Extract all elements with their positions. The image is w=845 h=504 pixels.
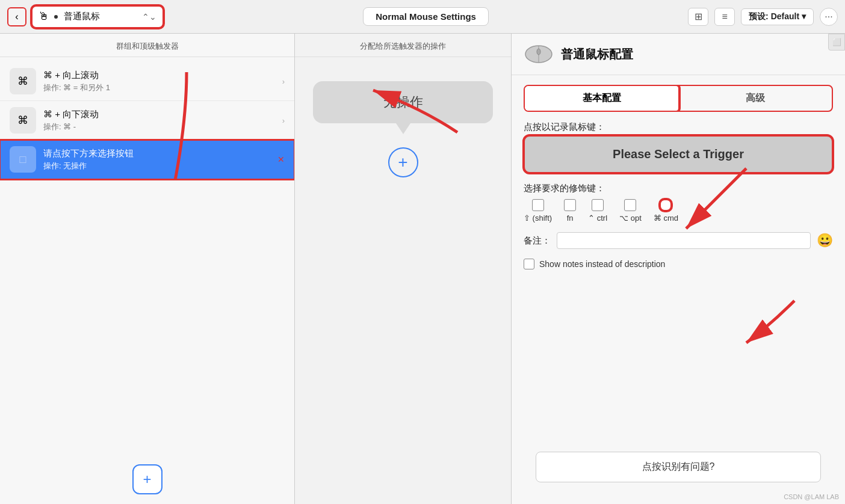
cmd-checkbox[interactable] (660, 199, 672, 211)
trigger-item-content-select: 请点按下方来选择按钮 操作: 无操作 (43, 148, 274, 171)
trigger-item-content-scroll-down: ⌘ + 向下滚动 操作: ⌘ - (43, 109, 282, 132)
ctrl-checkbox[interactable] (592, 199, 604, 211)
trigger-icon-scroll-up: ⌘ (10, 68, 36, 94)
shift-label: ⇧ (shift) (524, 214, 552, 223)
ctrl-label: ⌃ ctrl (588, 214, 607, 223)
show-notes-checkbox[interactable] (524, 259, 534, 269)
add-action-button[interactable]: + (388, 147, 418, 177)
trigger-title-scroll-down: ⌘ + 向下滚动 (43, 109, 282, 120)
svg-point-2 (537, 49, 540, 55)
modifier-section: 选择要求的修饰键： ⇧ (shift) fn ⌃ ctrl (524, 183, 833, 223)
window-title: Normal Mouse Settings (363, 7, 489, 26)
right-panel-body: 基本配置 高级 点按以记录鼠标键： Please Select a Trigge… (512, 75, 845, 504)
more-button[interactable]: ··· (820, 8, 838, 26)
mouse-device-icon: 🖱 (39, 10, 49, 23)
trigger-record-button[interactable]: Please Select a Trigger (524, 135, 833, 173)
notes-row: 备注： 😀 (524, 232, 833, 249)
action-display: 无操作 + (295, 81, 511, 177)
trigger-sub-scroll-down: 操作: ⌘ - (43, 121, 282, 132)
tab-basic[interactable]: 基本配置 (524, 85, 679, 112)
show-notes-label: Show notes instead of description (539, 259, 665, 269)
device-selector[interactable]: 🖱 普通鼠标 ⌃⌄ (31, 5, 164, 28)
view-list-button[interactable]: ≡ (714, 8, 735, 26)
right-panel: ⬜ 普通鼠标配置 基本配置 高级 点按以记录鼠标键： Please Select… (512, 34, 845, 504)
record-label: 点按以记录鼠标键： (524, 121, 833, 133)
mouse-device-icon-large (524, 43, 554, 65)
opt-label: ⌥ opt (619, 214, 642, 223)
opt-checkbox[interactable] (624, 199, 636, 211)
tab-advanced[interactable]: 高级 (678, 86, 832, 111)
notes-label: 备注： (524, 235, 551, 247)
trigger-item-content-scroll-up: ⌘ + 向上滚动 操作: ⌘ = 和另外 1 (43, 70, 282, 93)
add-trigger-container: + (0, 455, 294, 504)
title-area: Normal Mouse Settings (169, 7, 683, 26)
left-panel-header: 群组和顶级触发器 (0, 34, 294, 57)
trigger-item-select-button[interactable]: □ 请点按下方来选择按钮 操作: 无操作 ✕ (0, 140, 294, 179)
window-resize-button[interactable]: ⬜ (828, 34, 845, 51)
grid-icon: ⊞ (695, 11, 702, 22)
device-arrows-icon: ⌃⌄ (142, 12, 156, 22)
right-panel-title: 普通鼠标配置 (561, 46, 633, 63)
trigger-item-scroll-up[interactable]: ⌘ ⌘ + 向上滚动 操作: ⌘ = 和另外 1 › (0, 62, 294, 101)
record-section: 点按以记录鼠标键： Please Select a Trigger (524, 121, 833, 173)
notes-input[interactable] (557, 232, 811, 249)
modifier-keys-row: ⇧ (shift) fn ⌃ ctrl ⌥ opt (524, 199, 833, 223)
recognize-issues-button[interactable]: 点按识别有问题? (536, 452, 821, 482)
titlebar: ‹ 🖱 普通鼠标 ⌃⌄ Normal Mouse Settings ⊞ ≡ 预设… (0, 0, 845, 34)
trigger-title-select: 请点按下方来选择按钮 (43, 148, 274, 159)
trigger-sub-select: 操作: 无操作 (43, 161, 274, 171)
close-icon[interactable]: ✕ (277, 155, 285, 164)
add-trigger-button[interactable]: + (132, 464, 162, 494)
show-notes-row: Show notes instead of description (524, 259, 833, 269)
middle-panel-header: 分配给所选触发器的操作 (295, 34, 511, 57)
device-dot (54, 15, 58, 19)
emoji-picker-button[interactable]: 😀 (817, 233, 833, 248)
trigger-title-scroll-up: ⌘ + 向上滚动 (43, 70, 282, 81)
fn-checkbox[interactable] (564, 199, 576, 211)
watermark: CSDN @LAM LAB (784, 493, 839, 500)
trigger-icon-scroll-down: ⌘ (10, 107, 36, 134)
modifier-cmd: ⌘ cmd (654, 199, 678, 223)
trigger-item-scroll-down[interactable]: ⌘ ⌘ + 向下滚动 操作: ⌘ - › (0, 101, 294, 140)
device-name: 普通鼠标 (64, 11, 100, 22)
modifier-fn: fn (564, 199, 576, 223)
trigger-icon-select-button: □ (10, 146, 36, 173)
cmd-label: ⌘ cmd (654, 214, 678, 223)
right-panel-header: 普通鼠标配置 (512, 34, 845, 75)
chevron-right-icon: › (282, 77, 285, 86)
tab-row: 基本配置 高级 (524, 85, 833, 112)
titlebar-right-controls: ⊞ ≡ 预设: Default ▾ ··· (688, 8, 838, 26)
preset-button[interactable]: 预设: Default ▾ (741, 8, 814, 25)
trigger-sub-scroll-up: 操作: ⌘ = 和另外 1 (43, 82, 282, 93)
view-grid-button[interactable]: ⊞ (688, 8, 708, 26)
modifier-ctrl: ⌃ ctrl (588, 199, 607, 223)
modifier-shift: ⇧ (shift) (524, 199, 552, 223)
fn-label: fn (567, 214, 574, 223)
chevron-right-icon-2: › (282, 116, 285, 125)
left-panel: 群组和顶级触发器 ⌘ ⌘ + 向上滚动 操作: ⌘ = 和另外 1 › ⌘ (0, 34, 295, 504)
modifier-label: 选择要求的修饰键： (524, 183, 833, 194)
list-icon: ≡ (722, 11, 727, 22)
trigger-list: ⌘ ⌘ + 向上滚动 操作: ⌘ = 和另外 1 › ⌘ ⌘ + 向下滚动 操作… (0, 57, 294, 455)
middle-panel: 分配给所选触发器的操作 无操作 + (295, 34, 512, 504)
back-icon: ‹ (15, 11, 18, 22)
back-button[interactable]: ‹ (7, 7, 26, 26)
main-content: 群组和顶级触发器 ⌘ ⌘ + 向上滚动 操作: ⌘ = 和另外 1 › ⌘ (0, 34, 845, 504)
modifier-opt: ⌥ opt (619, 199, 642, 223)
action-pill[interactable]: 无操作 (313, 81, 493, 123)
shift-checkbox[interactable] (532, 199, 544, 211)
ellipsis-icon: ··· (825, 11, 832, 22)
resize-icon: ⬜ (832, 38, 841, 46)
